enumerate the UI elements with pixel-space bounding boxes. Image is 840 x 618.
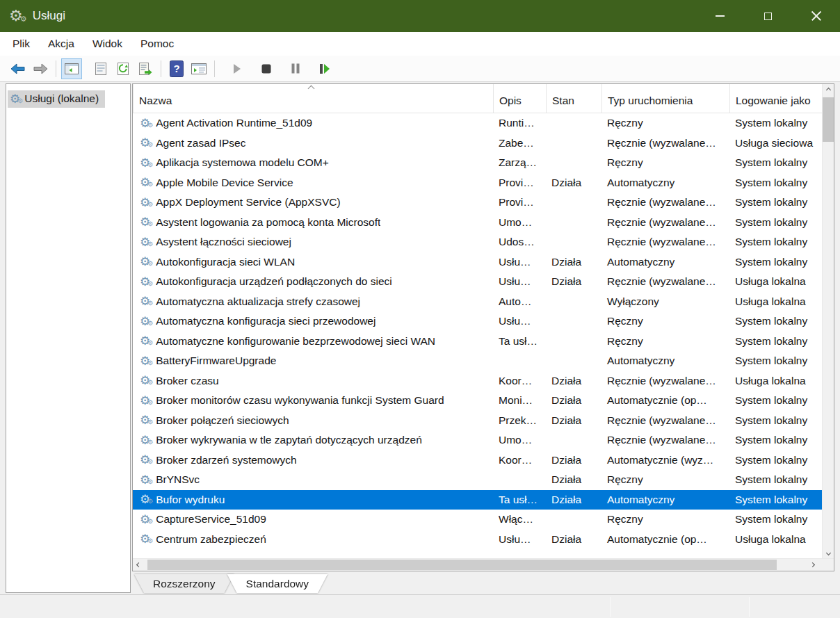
- service-startup-type: Ręcznie (wyzwalane…: [601, 137, 729, 149]
- chevron-right-icon: [810, 562, 815, 567]
- maximize-button[interactable]: [744, 0, 792, 32]
- service-status: Działa: [546, 275, 601, 288]
- table-row[interactable]: ⚙ Agent zasad IPsec Zabe… Ręcznie (wyzwa…: [133, 133, 822, 154]
- vertical-scrollbar-thumb[interactable]: [823, 97, 834, 142]
- stop-icon: [261, 64, 271, 74]
- table-row[interactable]: ⚙ Agent Activation Runtime_51d09 Runti… …: [133, 113, 822, 133]
- service-description: Usłu…: [493, 533, 546, 546]
- minimize-icon: [716, 15, 725, 17]
- service-startup-type: Wyłączony: [601, 295, 729, 308]
- service-description: Udos…: [493, 236, 546, 248]
- menu-plik[interactable]: Plik: [3, 33, 39, 54]
- refresh-button[interactable]: [113, 58, 134, 79]
- menu-pomoc[interactable]: Pomoc: [131, 33, 183, 54]
- forward-button[interactable]: [30, 58, 51, 79]
- table-row[interactable]: ⚙ Automatyczna aktualizacja strefy czaso…: [133, 292, 822, 312]
- chevron-up-icon: [825, 87, 830, 92]
- start-service-button[interactable]: [227, 58, 248, 79]
- close-button[interactable]: [792, 0, 840, 32]
- table-row[interactable]: ⚙ Broker zdarzeń systemowych Koor… Dział…: [133, 450, 822, 471]
- service-description: Moni…: [493, 394, 546, 407]
- restart-service-button[interactable]: [314, 58, 335, 79]
- refresh-icon: [117, 63, 129, 75]
- titlebar: ⚙ Usługi: [0, 0, 840, 32]
- help-button[interactable]: ?: [166, 58, 187, 79]
- back-arrow-icon: [10, 63, 26, 75]
- table-row[interactable]: ⚙ Broker wykrywania w tle zapytań dotycz…: [133, 430, 822, 450]
- tab-standardowy[interactable]: Standardowy: [227, 574, 328, 593]
- service-startup-type: Ręcznie (wyzwalane…: [601, 434, 729, 446]
- service-status: Działa: [546, 394, 601, 407]
- properties-button[interactable]: [90, 58, 111, 79]
- scroll-left-button[interactable]: [133, 559, 145, 571]
- service-logon-as: System lokalny: [729, 494, 822, 506]
- vertical-scrollbar[interactable]: [822, 84, 834, 558]
- service-name: Apple Mobile Device Service: [156, 177, 293, 189]
- tab-rozszerzony[interactable]: Rozszerzony: [134, 574, 234, 593]
- table-row[interactable]: ⚙ Broker monitorów czasu wykonywania fun…: [133, 391, 822, 411]
- show-action-pane-button[interactable]: [188, 58, 209, 79]
- chevron-down-icon: [825, 550, 830, 555]
- menu-widok[interactable]: Widok: [83, 33, 131, 54]
- horizontal-scrollbar[interactable]: [133, 558, 834, 571]
- horizontal-scrollbar-thumb[interactable]: [147, 560, 777, 570]
- table-row[interactable]: ⚙ Aplikacja systemowa modelu COM+ Zarzą……: [133, 153, 822, 173]
- table-row[interactable]: ⚙ Apple Mobile Device Service Provi… Dzi…: [133, 173, 822, 193]
- service-description: Umo…: [493, 434, 546, 446]
- service-gear-icon: ⚙: [140, 533, 150, 545]
- statusbar-divider: [749, 597, 750, 617]
- table-row[interactable]: ⚙ Broker czasu Koor… Działa Ręcznie (wyz…: [133, 371, 822, 391]
- scroll-down-button[interactable]: [823, 547, 834, 558]
- scroll-right-button[interactable]: [807, 559, 818, 571]
- service-startup-type: Ręczny: [601, 156, 729, 169]
- table-row[interactable]: ⚙ Automatyczne konfigurowanie bezprzewod…: [133, 332, 822, 352]
- service-startup-type: Ręcznie (wyzwalane…: [601, 275, 729, 288]
- service-gear-icon: ⚙: [140, 295, 150, 307]
- service-startup-type: Ręczny: [601, 473, 729, 486]
- service-startup-type: Automatyczny: [601, 177, 729, 189]
- table-row[interactable]: ⚙ Automatyczna konfiguracja sieci przewo…: [133, 311, 822, 332]
- service-startup-type: Automatycznie (op…: [601, 533, 729, 546]
- service-startup-type: Ręcznie (wyzwalane…: [601, 375, 729, 387]
- column-header-typ-uruchomienia[interactable]: Typ uruchomienia: [601, 84, 729, 113]
- service-gear-icon: ⚙: [140, 375, 150, 387]
- column-header-stan[interactable]: Stan: [546, 84, 601, 113]
- column-header-logowanie-jako[interactable]: Logowanie jako: [729, 84, 822, 113]
- pause-service-button[interactable]: [285, 58, 306, 79]
- stop-service-button[interactable]: [256, 58, 277, 79]
- service-logon-as: System lokalny: [729, 434, 822, 446]
- table-row[interactable]: ⚙ Asystent łączności sieciowej Udos… Ręc…: [133, 232, 822, 252]
- service-name: Broker połączeń sieciowych: [156, 414, 289, 427]
- toolbar-separator: [56, 60, 56, 77]
- service-name: BatteryFirmwareUpgrade: [156, 355, 276, 367]
- service-gear-icon: ⚙: [140, 395, 150, 407]
- table-row[interactable]: ⚙ Autokonfiguracja urządzeń podłączonych…: [133, 272, 822, 292]
- column-header-opis[interactable]: Opis: [493, 84, 546, 113]
- table-row[interactable]: ⚙ Bufor wydruku Ta usł… Działa Automatyc…: [133, 490, 822, 510]
- service-gear-icon: ⚙: [140, 414, 150, 426]
- service-status: Działa: [546, 177, 601, 189]
- table-row[interactable]: ⚙ BatteryFirmwareUpgrade Automatyczny Sy…: [133, 351, 822, 371]
- menu-akcja[interactable]: Akcja: [39, 33, 83, 54]
- sidebar-item-uslugi-lokalne[interactable]: ⚙ Usługi (lokalne): [8, 90, 105, 108]
- back-button[interactable]: [8, 58, 29, 79]
- show-console-tree-button[interactable]: [61, 58, 82, 79]
- table-row[interactable]: ⚙ BrYNSvc Działa Ręczny System lokalny: [133, 470, 822, 490]
- minimize-button[interactable]: [696, 0, 744, 32]
- services-gear-icon: ⚙: [10, 93, 20, 105]
- service-name: Bufor wydruku: [156, 494, 225, 506]
- table-row[interactable]: ⚙ Centrum zabezpieczeń Usłu… Działa Auto…: [133, 530, 822, 550]
- scroll-up-button[interactable]: [823, 84, 834, 95]
- table-row[interactable]: ⚙ AppX Deployment Service (AppXSVC) Prov…: [133, 193, 822, 213]
- table-row[interactable]: ⚙ CaptureService_51d09 Włąc… Ręczny Syst…: [133, 510, 822, 530]
- window-title: Usługi: [33, 9, 65, 23]
- service-startup-type: Ręczny: [601, 315, 729, 327]
- service-status: Działa: [546, 375, 601, 387]
- table-row[interactable]: ⚙ Autokonfiguracja sieci WLAN Usłu… Dzia…: [133, 252, 822, 273]
- table-row[interactable]: ⚙ Broker połączeń sieciowych Przek… Dzia…: [133, 411, 822, 431]
- table-row[interactable]: ⚙ Asystent logowania za pomocą konta Mic…: [133, 213, 822, 233]
- service-startup-type: Ręcznie (wyzwalane…: [601, 196, 729, 209]
- service-logon-as: System lokalny: [729, 414, 822, 427]
- export-list-button[interactable]: [135, 58, 156, 79]
- menubar: Plik Akcja Widok Pomoc: [0, 32, 840, 56]
